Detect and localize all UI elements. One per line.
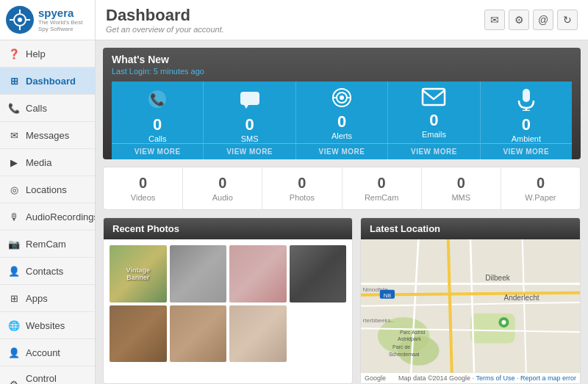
- stat-alerts-value: 0: [337, 114, 346, 130]
- sec-stat-videos-value: 0: [139, 175, 147, 192]
- sidebar-item-controlcenter[interactable]: ⚙ Control Center: [0, 366, 95, 384]
- photo-4[interactable]: [290, 245, 347, 303]
- photo-1[interactable]: VintageBanner: [110, 245, 167, 303]
- latest-location-panel: Latest Location: [360, 217, 581, 384]
- stat-calls-icon: 📞: [146, 87, 169, 115]
- websites-icon: 🌐: [7, 319, 21, 332]
- sec-stat-photos-value: 0: [298, 175, 306, 192]
- sidebar-label-controlcenter: Control Center: [26, 373, 87, 384]
- stat-ambient-value: 0: [522, 117, 531, 133]
- stat-sms-value: 0: [245, 117, 254, 133]
- sidebar-item-apps[interactable]: ⊞ Apps: [0, 285, 95, 312]
- view-more-calls[interactable]: VIEW MORE: [112, 144, 204, 159]
- sidebar-item-calls[interactable]: 📞 Calls: [0, 95, 95, 122]
- sidebar-item-account[interactable]: 👤 Account: [0, 339, 95, 366]
- sidebar-item-dashboard[interactable]: ⊞ Dashboard: [0, 68, 95, 95]
- stat-emails-icon: [421, 87, 446, 111]
- map-footer: Google Map data ©2014 Google · Terms of …: [361, 373, 580, 383]
- view-more-ambient[interactable]: VIEW MORE: [481, 144, 572, 159]
- stat-sms-label: SMS: [241, 134, 259, 143]
- stat-calls-label: Calls: [148, 134, 166, 143]
- sidebar-item-messages[interactable]: ✉ Messages: [0, 122, 95, 149]
- stat-alerts: 0 Alerts: [296, 81, 388, 143]
- sec-stat-audio-value: 0: [218, 175, 226, 192]
- sidebar-item-help[interactable]: ❓ Help: [0, 40, 95, 68]
- at-icon-button[interactable]: @: [533, 10, 553, 30]
- stat-sms: 0 SMS: [204, 81, 295, 143]
- photos-grid: VintageBanner: [104, 239, 352, 368]
- messages-icon: ✉: [7, 128, 21, 142]
- terms-link[interactable]: Terms of Use: [476, 374, 514, 382]
- sec-stat-videos: 0 Videos: [104, 167, 183, 209]
- email-icon-button[interactable]: ✉: [484, 10, 505, 30]
- svg-text:Parc Astrid: Parc Astrid: [400, 330, 425, 335]
- view-more-emails[interactable]: VIEW MORE: [388, 144, 480, 159]
- locations-icon: ◎: [7, 183, 21, 196]
- photo-5[interactable]: [110, 305, 167, 363]
- stat-ambient: 0 Ambient: [481, 81, 572, 143]
- view-more-alerts[interactable]: VIEW MORE: [296, 144, 388, 159]
- sec-stat-videos-label: Videos: [131, 193, 155, 202]
- sidebar-label-websites: Websites: [26, 320, 65, 331]
- whats-new-title: What's New: [112, 54, 572, 65]
- header-text: Dashboard Get an overview of your accoun…: [106, 6, 224, 34]
- sidebar-label-dashboard: Dashboard: [26, 76, 76, 87]
- stat-calls-value: 0: [153, 117, 162, 133]
- stat-ambient-label: Ambient: [512, 134, 541, 143]
- sidebar-item-media[interactable]: ▶ Media: [0, 149, 95, 176]
- sidebar-item-audiorecordings[interactable]: 🎙 AudioRecordings: [0, 203, 95, 231]
- svg-text:📞: 📞: [150, 93, 165, 106]
- map-area[interactable]: Dilbeek Anderlecht Ninoofste.. rterbbeek…: [361, 239, 580, 373]
- calls-icon: 📞: [7, 101, 21, 115]
- sec-stat-photos: 0 Photos: [262, 167, 342, 209]
- sidebar-label-apps: Apps: [26, 293, 48, 304]
- help-icon: ❓: [7, 47, 21, 60]
- sec-stat-audio: 0 Audio: [183, 167, 262, 209]
- contacts-icon: 👤: [7, 264, 21, 278]
- stats-row: 📞 0 Calls 0 SMS: [112, 81, 572, 143]
- photo-7[interactable]: [229, 305, 287, 363]
- stat-emails-label: Emails: [422, 130, 446, 139]
- main-content: Dashboard Get an overview of your accoun…: [96, 0, 588, 384]
- svg-point-11: [340, 95, 344, 100]
- svg-text:Scherdemaal: Scherdemaal: [389, 352, 420, 357]
- sidebar-label-locations: Locations: [26, 184, 67, 195]
- sec-stat-remcam-value: 0: [378, 175, 386, 192]
- svg-text:rterbbeeks..: rterbbeeks..: [363, 317, 395, 324]
- photo-3[interactable]: [229, 245, 287, 303]
- recent-photos-panel: Recent Photos VintageBanner: [103, 217, 353, 384]
- media-icon: ▶: [7, 156, 21, 169]
- report-link[interactable]: Report a map error: [520, 374, 576, 382]
- sidebar-item-remcam[interactable]: 📷 RemCam: [0, 231, 95, 258]
- view-more-row: VIEW MORE VIEW MORE VIEW MORE VIEW MORE …: [112, 143, 572, 159]
- sidebar: spyera The World's Best Spy Software ❓ H…: [0, 0, 96, 384]
- sidebar-label-remcam: RemCam: [26, 239, 66, 250]
- svg-text:Anderlecht: Anderlecht: [503, 294, 539, 302]
- sec-stat-photos-label: Photos: [290, 193, 315, 202]
- audio-icon: 🎙: [7, 210, 21, 223]
- sec-stat-mms: 0 MMS: [422, 167, 501, 209]
- sidebar-item-websites[interactable]: 🌐 Websites: [0, 312, 95, 339]
- sidebar-item-contacts[interactable]: 👤 Contacts: [0, 258, 95, 285]
- photo-2[interactable]: [170, 245, 227, 303]
- logo-area: spyera The World's Best Spy Software: [0, 0, 95, 40]
- sec-stat-wpaper: 0 W.Paper: [501, 167, 580, 209]
- dashboard-icon: ⊞: [7, 74, 21, 87]
- stat-emails: 0 Emails: [388, 81, 480, 143]
- page-subtitle: Get an overview of your account.: [106, 25, 224, 34]
- whats-new-panel: What's New Last Login: 5 minutes ago 📞 0…: [103, 48, 581, 159]
- sec-stat-mms-label: MMS: [451, 193, 470, 202]
- logo-name: spyera: [38, 7, 89, 20]
- google-label: Google: [365, 374, 386, 382]
- content-area: What's New Last Login: 5 minutes ago 📞 0…: [96, 40, 588, 384]
- settings-icon-button[interactable]: ⚙: [509, 10, 529, 30]
- svg-point-2: [18, 18, 22, 22]
- view-more-sms[interactable]: VIEW MORE: [204, 144, 295, 159]
- latest-location-header: Latest Location: [361, 218, 580, 239]
- sidebar-item-locations[interactable]: ◎ Locations: [0, 176, 95, 203]
- sec-stat-wpaper-label: W.Paper: [525, 193, 556, 202]
- stat-ambient-icon: [516, 87, 537, 115]
- logo-text-area: spyera The World's Best Spy Software: [38, 7, 89, 33]
- photo-6[interactable]: [170, 305, 227, 363]
- refresh-icon-button[interactable]: ↻: [557, 10, 578, 30]
